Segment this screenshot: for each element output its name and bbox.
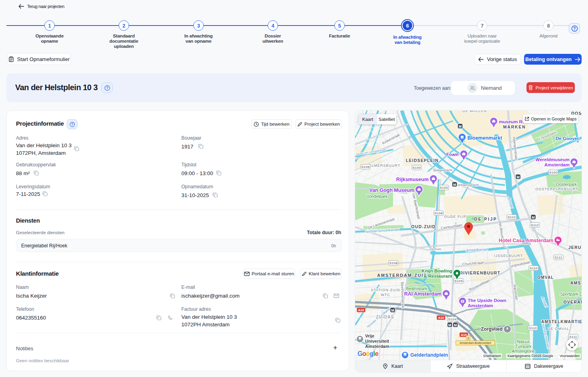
svg-text:Lijnbaansgracht: Lijnbaansgracht (456, 183, 479, 187)
svg-text:Kinkerstraat: Kinkerstraat (381, 132, 401, 145)
svg-text:Universiteit: Universiteit (365, 339, 389, 343)
svg-text:STATION-ZUID: STATION-ZUID (371, 288, 400, 292)
svg-text:M: M (448, 323, 451, 327)
svg-text:DE WALLEN: DE WALLEN (463, 111, 487, 113)
svg-text:OUDE PIJP: OUDE PIJP (444, 215, 467, 219)
svg-text:S110: S110 (529, 326, 537, 330)
svg-text:Churchill-laan: Churchill-laan (462, 261, 485, 266)
svg-text:S110: S110 (508, 215, 516, 219)
svg-text:RIVIERENBUURT: RIVIERENBUURT (460, 270, 501, 275)
svg-text:M: M (532, 215, 535, 219)
svg-text:WTC: WTC (381, 293, 390, 297)
svg-text:S109: S109 (448, 318, 457, 321)
svg-text:M: M (454, 323, 457, 327)
svg-text:Rooseveltlaan: Rooseveltlaan (469, 278, 491, 292)
svg-text:Spiegelgracht: Spiegelgracht (433, 168, 453, 172)
svg-text:LEIDSEPLEIN: LEIDSEPLEIN (406, 158, 439, 163)
svg-text:De Kom: De Kom (430, 247, 441, 251)
svg-text:Gelderlandplein: Gelderlandplein (410, 352, 448, 358)
svg-text:Amsterdam: Amsterdam (365, 344, 389, 349)
svg-text:Natuur: Natuur (517, 339, 530, 344)
svg-text:De Gooyer: De Gooyer (556, 136, 579, 141)
svg-text:Rijksmuseum: Rijksmuseum (396, 177, 429, 182)
svg-text:Bloemenmarkt: Bloemenmarkt (467, 135, 503, 141)
svg-text:Van Gogh Museum: Van Gogh Museum (369, 188, 414, 193)
svg-text:Ceintuurbaan: Ceintuurbaan (441, 223, 463, 230)
svg-text:OUD-ZUID: OUD-ZUID (411, 224, 436, 229)
svg-text:AMSTERDAM-ZUID: AMSTERDAM-ZUID (377, 273, 427, 278)
svg-text:S108: S108 (389, 261, 398, 265)
svg-text:S100: S100 (549, 171, 558, 174)
svg-text:Amsterdam: Amsterdam (468, 303, 493, 308)
svg-text:OVERAMST: OVERAMST (563, 300, 582, 304)
svg-text:Sportpark D: Sportpark D (560, 292, 582, 296)
svg-text:Amsterdam: Amsterdam (544, 162, 570, 167)
svg-text:Amstel: Amstel (540, 296, 548, 308)
svg-text:Wereldmuseum: Wereldmuseum (536, 157, 570, 162)
svg-text:Amstelkanaal: Amstelkanaal (466, 247, 488, 253)
svg-text:Tuinpark: Tuinpark (515, 344, 532, 349)
svg-text:Beatrixpark: Beatrixpark (406, 286, 427, 291)
svg-text:S108: S108 (435, 211, 443, 215)
svg-text:S109: S109 (455, 279, 463, 283)
svg-text:IJSSELBUURT: IJSSELBUURT (494, 254, 523, 258)
svg-text:S106: S106 (362, 165, 370, 169)
svg-text:Van Baerlestraat: Van Baerlestraat (411, 193, 421, 219)
svg-text:A10: A10 (438, 316, 444, 320)
svg-text:9: 9 (467, 337, 469, 339)
svg-text:Duivendrechtsevaart: Duivendrechtsevaart (540, 320, 550, 349)
svg-text:& Restaurant: & Restaurant (423, 274, 452, 278)
svg-text:S112: S112 (531, 223, 539, 227)
svg-text:Vondelpark: Vondelpark (367, 194, 388, 199)
svg-text:S111: S111 (569, 335, 577, 339)
svg-text:A10: A10 (461, 333, 467, 337)
svg-text:M: M (453, 183, 456, 187)
svg-text:AMST: AMST (570, 280, 582, 285)
svg-text:Jacob van Lennepkanaal: Jacob van Lennepkanaal (355, 148, 387, 156)
svg-text:S111: S111 (554, 256, 562, 259)
svg-text:RAI Amsterdam: RAI Amsterdam (404, 291, 441, 297)
svg-text:AMSTELKWARTIER: AMSTELKWARTIER (541, 320, 582, 324)
svg-text:Vrije: Vrije (365, 334, 374, 338)
svg-text:A10: A10 (358, 308, 364, 312)
svg-text:DE PIJP: DE PIJP (474, 217, 497, 221)
svg-text:Foam: Foam (446, 152, 459, 157)
svg-text:Hotel Casa Amsterdam: Hotel Casa Amsterdam (499, 238, 553, 243)
svg-text:Rijnstraat: Rijnstraat (513, 284, 519, 300)
svg-text:The Upside Down: The Upside Down (468, 298, 506, 303)
svg-text:M: M (516, 175, 520, 179)
svg-text:HELMERSBUURT: HELMERSBUURT (366, 164, 400, 168)
svg-text:OMVAL: OMVAL (537, 275, 554, 280)
svg-text:OOSTERPARKBUURT: OOSTERPARKBUURT (535, 187, 578, 191)
svg-text:Knijn Bowling: Knijn Bowling (421, 268, 452, 273)
svg-text:S100: S100 (440, 186, 448, 189)
svg-text:Amstel: Amstel (507, 197, 514, 209)
svg-text:JERUZ: JERUZ (568, 245, 582, 250)
svg-text:ZUIDAS: ZUIDAS (376, 315, 394, 319)
svg-text:MARKEN: MARKEN (503, 124, 526, 129)
svg-text:S110: S110 (530, 266, 538, 270)
svg-text:Vrijheidslaan: Vrijheidslaan (510, 260, 531, 268)
svg-text:museum Re: museum Re (499, 119, 525, 124)
svg-text:Weesperstraat: Weesperstraat (512, 136, 518, 160)
svg-text:Entrepotdok: Entrepotdok (538, 130, 558, 141)
svg-text:M: M (391, 308, 394, 312)
svg-text:M: M (459, 124, 462, 128)
svg-text:Zorgvlied: Zorgvlied (481, 326, 503, 332)
svg-text:DE OMVAL: DE OMVAL (548, 327, 569, 331)
svg-text:S100: S100 (413, 166, 421, 170)
svg-text:Amsterdam-Buitenveldert: Amsterdam-Buitenveldert (460, 341, 491, 344)
svg-text:Oosterpark: Oosterpark (556, 182, 577, 187)
